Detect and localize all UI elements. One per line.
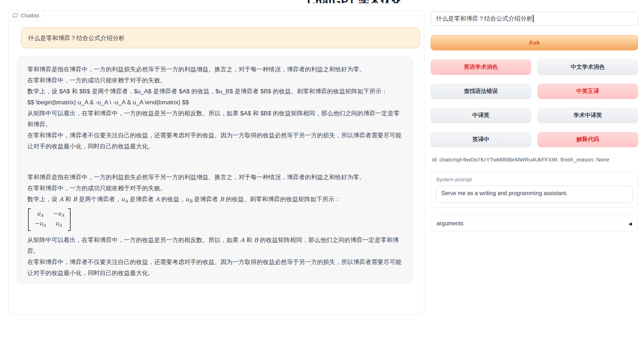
matrix-left-bracket [28, 208, 31, 231]
bot-text-line: 在零和博弈中，博弈者不仅要关注自己的收益，还需要考虑对手的收益。因为一方取得的收… [27, 257, 403, 279]
action-button-academic-zh-to-en[interactable]: 学术中译英 [537, 108, 638, 123]
ask-button[interactable]: Ask [431, 35, 638, 50]
action-button-find-grammar-errors[interactable]: 查找语法错误 [431, 84, 531, 99]
math-variable: A [59, 196, 64, 203]
accordion-collapse-icon: ◀ [628, 221, 632, 226]
system-prompt-label: System prompt [436, 176, 633, 182]
bot-text-line: 在零和博弈中，一方的成功只能依赖于对手的失败。 [27, 183, 403, 194]
page-title: ChatGPT 学术优化 [302, 0, 408, 3]
question-input[interactable]: 什么是零和博弈？结合公式介绍分析 [431, 12, 638, 26]
math-variable: uA [121, 196, 128, 203]
matrix-cells: uA−uA−uAuA [31, 208, 68, 231]
quick-action-grid: 英语学术润色中文学术润色查找语法错误中英互译中译英学术中译英英译中解释代码 [431, 60, 638, 147]
arguments-accordion-label: arguments [437, 220, 464, 227]
question-input-value: 什么是零和博弈？结合公式介绍分析 [436, 15, 533, 23]
math-variable: A [240, 237, 245, 243]
chatbot-label: Chatbot [8, 10, 44, 21]
bot-text-line: 零和博弈是指在博弈中，一方的利益损失必然等于另一方的利益增益。换言之，对于每一种… [27, 172, 403, 183]
bot-text-line: 从矩阵中可以看出，在零和博弈中，一方的收益是另一方的相反数。所以，如果 A 和 … [27, 235, 403, 257]
matrix-right-bracket [68, 208, 71, 231]
chatbot-panel: Chatbot 什么是零和博弈？结合公式介绍分析 零和博弈是指在博弈中，一方的利… [8, 10, 424, 315]
system-prompt-value: Serve me as a writing and programming as… [441, 190, 568, 196]
completion-status-line: id: chatcmpl-6wOo7KrYTwMl89lbrMWRu4UkFFX… [432, 156, 610, 163]
bot-message-rendered-paragraph: 零和博弈是指在博弈中，一方的利益损失必然等于另一方的利益增益。换言之，对于每一种… [27, 172, 403, 279]
action-button-explain-code[interactable]: 解释代码 [537, 132, 638, 147]
right-panel: 什么是零和博弈？结合公式介绍分析 Ask 英语学术润色中文学术润色查找语法错误中… [431, 0, 638, 341]
math-variable: B [73, 196, 77, 203]
system-prompt-input[interactable]: Serve me as a writing and programming as… [436, 186, 633, 203]
action-button-en-to-zh[interactable]: 英译中 [431, 132, 531, 147]
payoff-matrix: uA−uA−uAuA [28, 208, 71, 231]
matrix-cell: −uA [34, 220, 46, 229]
arguments-accordion-header[interactable]: arguments ◀ [431, 216, 638, 231]
text-cursor [533, 15, 534, 22]
bot-message-bubble: 零和博弈是指在博弈中，一方的利益损失必然等于另一方的利益增益。换言之，对于每一种… [17, 56, 413, 284]
matrix-cell: uA [37, 210, 44, 219]
math-variable: B [220, 196, 224, 203]
action-button-chinese-academic-polish[interactable]: 中文学术润色 [537, 60, 638, 75]
chatbot-label-text: Chatbot [21, 12, 39, 18]
math-variable: uB [185, 196, 192, 203]
bot-message-raw-paragraph: 零和博弈是指在博弈中，一方的利益损失必然等于另一方的利益增益。换言之，对于每一种… [27, 64, 403, 152]
matrix-cell: −uA [53, 210, 64, 219]
action-button-english-academic-polish[interactable]: 英语学术润色 [431, 60, 531, 75]
math-variable: A [155, 196, 160, 203]
action-button-zh-to-en[interactable]: 中译英 [431, 108, 531, 123]
action-button-zh-en-mutual-translate[interactable]: 中英互译 [537, 84, 638, 99]
chat-bubble-icon [12, 13, 18, 18]
system-prompt-card: System prompt Serve me as a writing and … [431, 172, 638, 208]
user-message-text: 什么是零和博弈？结合公式介绍分析 [28, 35, 125, 42]
user-message-bubble: 什么是零和博弈？结合公式介绍分析 [21, 27, 420, 48]
math-variable: B [254, 237, 258, 243]
matrix-cell: uA [55, 220, 62, 229]
bot-text-line: 数学上，设 A 和 B 是两个博弈者，uA 是博弈者 A 的收益，uB 是博弈者… [27, 194, 403, 207]
